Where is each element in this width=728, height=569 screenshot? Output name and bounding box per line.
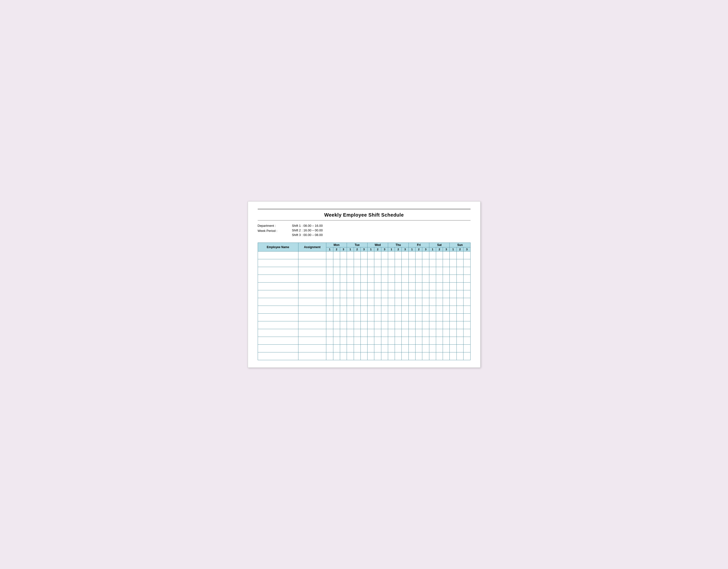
fri-shift3-cell[interactable]	[422, 353, 429, 360]
sun-shift3-cell[interactable]	[464, 298, 471, 306]
tue-shift1-cell[interactable]	[347, 329, 354, 337]
fri-shift2-cell[interactable]	[416, 282, 422, 290]
mon-shift1-cell[interactable]	[326, 353, 333, 360]
tue-shift1-cell[interactable]	[347, 337, 354, 345]
sat-shift2-cell[interactable]	[436, 306, 443, 314]
wed-shift1-cell[interactable]	[368, 322, 374, 329]
wed-shift1-cell[interactable]	[368, 353, 374, 360]
fri-shift3-cell[interactable]	[422, 275, 429, 282]
thu-shift2-cell[interactable]	[395, 275, 402, 282]
wed-shift1-cell[interactable]	[368, 259, 374, 267]
fri-shift3-cell[interactable]	[422, 290, 429, 298]
mon-shift3-cell[interactable]	[340, 275, 347, 282]
tue-shift3-cell[interactable]	[360, 282, 367, 290]
sun-shift3-cell[interactable]	[464, 314, 471, 322]
sun-shift2-cell[interactable]	[456, 337, 463, 345]
fri-shift3-cell[interactable]	[422, 267, 429, 275]
sun-shift1-cell[interactable]	[450, 353, 456, 360]
sat-shift2-cell[interactable]	[436, 290, 443, 298]
sun-shift3-cell[interactable]	[464, 290, 471, 298]
mon-shift1-cell[interactable]	[326, 329, 333, 337]
fri-shift1-cell[interactable]	[408, 275, 415, 282]
mon-shift3-cell[interactable]	[340, 353, 347, 360]
tue-shift3-cell[interactable]	[360, 329, 367, 337]
tue-shift1-cell[interactable]	[347, 282, 354, 290]
mon-shift2-cell[interactable]	[333, 275, 340, 282]
sun-shift2-cell[interactable]	[456, 314, 463, 322]
sun-shift1-cell[interactable]	[450, 259, 456, 267]
wed-shift3-cell[interactable]	[381, 306, 388, 314]
tue-shift2-cell[interactable]	[354, 353, 360, 360]
fri-shift3-cell[interactable]	[422, 345, 429, 353]
assignment-cell[interactable]	[298, 329, 326, 337]
thu-shift2-cell[interactable]	[395, 282, 402, 290]
sun-shift1-cell[interactable]	[450, 322, 456, 329]
wed-shift1-cell[interactable]	[368, 306, 374, 314]
fri-shift3-cell[interactable]	[422, 259, 429, 267]
tue-shift2-cell[interactable]	[354, 306, 360, 314]
tue-shift3-cell[interactable]	[360, 251, 367, 259]
sun-shift2-cell[interactable]	[456, 282, 463, 290]
fri-shift3-cell[interactable]	[422, 337, 429, 345]
sat-shift1-cell[interactable]	[429, 329, 436, 337]
sat-shift3-cell[interactable]	[443, 259, 450, 267]
sun-shift2-cell[interactable]	[456, 345, 463, 353]
thu-shift3-cell[interactable]	[402, 353, 408, 360]
sat-shift2-cell[interactable]	[436, 298, 443, 306]
sat-shift1-cell[interactable]	[429, 306, 436, 314]
sat-shift1-cell[interactable]	[429, 282, 436, 290]
tue-shift3-cell[interactable]	[360, 306, 367, 314]
thu-shift3-cell[interactable]	[402, 290, 408, 298]
wed-shift3-cell[interactable]	[381, 298, 388, 306]
wed-shift3-cell[interactable]	[381, 290, 388, 298]
employee-name-cell[interactable]	[258, 259, 298, 267]
mon-shift2-cell[interactable]	[333, 329, 340, 337]
thu-shift3-cell[interactable]	[402, 275, 408, 282]
wed-shift1-cell[interactable]	[368, 329, 374, 337]
tue-shift2-cell[interactable]	[354, 267, 360, 275]
sat-shift3-cell[interactable]	[443, 337, 450, 345]
wed-shift2-cell[interactable]	[374, 290, 381, 298]
sat-shift3-cell[interactable]	[443, 353, 450, 360]
fri-shift3-cell[interactable]	[422, 314, 429, 322]
sat-shift3-cell[interactable]	[443, 267, 450, 275]
mon-shift1-cell[interactable]	[326, 267, 333, 275]
tue-shift3-cell[interactable]	[360, 267, 367, 275]
sat-shift2-cell[interactable]	[436, 314, 443, 322]
wed-shift2-cell[interactable]	[374, 345, 381, 353]
tue-shift3-cell[interactable]	[360, 259, 367, 267]
wed-shift2-cell[interactable]	[374, 282, 381, 290]
tue-shift2-cell[interactable]	[354, 345, 360, 353]
wed-shift3-cell[interactable]	[381, 282, 388, 290]
mon-shift2-cell[interactable]	[333, 337, 340, 345]
sun-shift3-cell[interactable]	[464, 322, 471, 329]
assignment-cell[interactable]	[298, 353, 326, 360]
wed-shift3-cell[interactable]	[381, 259, 388, 267]
sun-shift3-cell[interactable]	[464, 345, 471, 353]
mon-shift3-cell[interactable]	[340, 251, 347, 259]
fri-shift2-cell[interactable]	[416, 275, 422, 282]
assignment-cell[interactable]	[298, 275, 326, 282]
tue-shift1-cell[interactable]	[347, 306, 354, 314]
assignment-cell[interactable]	[298, 337, 326, 345]
tue-shift3-cell[interactable]	[360, 275, 367, 282]
sun-shift3-cell[interactable]	[464, 353, 471, 360]
sat-shift2-cell[interactable]	[436, 345, 443, 353]
sat-shift2-cell[interactable]	[436, 259, 443, 267]
mon-shift2-cell[interactable]	[333, 322, 340, 329]
wed-shift1-cell[interactable]	[368, 290, 374, 298]
thu-shift3-cell[interactable]	[402, 267, 408, 275]
sat-shift3-cell[interactable]	[443, 314, 450, 322]
thu-shift3-cell[interactable]	[402, 322, 408, 329]
sun-shift1-cell[interactable]	[450, 337, 456, 345]
thu-shift1-cell[interactable]	[388, 275, 395, 282]
assignment-cell[interactable]	[298, 322, 326, 329]
tue-shift3-cell[interactable]	[360, 322, 367, 329]
fri-shift2-cell[interactable]	[416, 353, 422, 360]
mon-shift3-cell[interactable]	[340, 345, 347, 353]
mon-shift2-cell[interactable]	[333, 345, 340, 353]
employee-name-cell[interactable]	[258, 306, 298, 314]
sat-shift1-cell[interactable]	[429, 259, 436, 267]
employee-name-cell[interactable]	[258, 298, 298, 306]
mon-shift3-cell[interactable]	[340, 282, 347, 290]
